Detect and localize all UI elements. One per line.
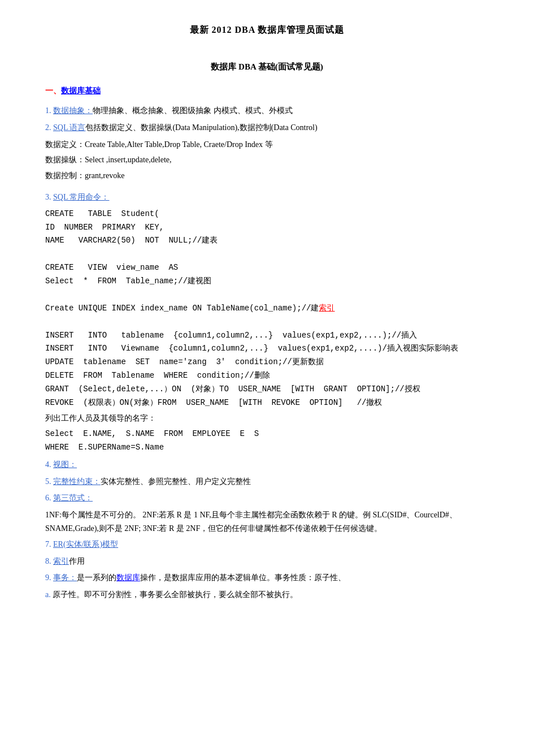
item1-num: 1. [45,106,53,115]
section1-link[interactable]: 数据库基础 [61,87,101,95]
itema-label: 原子性。 [53,590,84,599]
code-create-view: CREATE VIEW view_name AS Select * FROM T… [45,261,489,288]
itema-text: 即不可分割性，事务要么全部被执行，要么就全部不被执行。 [84,590,298,599]
item8-label[interactable]: 索引 [53,557,69,565]
item8-text: 作用 [69,557,85,565]
code-create-table: CREATE TABLE Student( ID NUMBER PRIMARY … [45,208,489,248]
item5-label: 完整性约束： [53,477,101,486]
section1-text: 一、 [45,87,61,95]
item6-text: 1NF:每个属性是不可分的。 2NF:若系 R 是 1 NF,且每个非主属性都完… [45,508,489,535]
itema-num: a. [45,590,53,599]
code-employees: Select E.NAME, S.NAME FROM EMPLOYEE E S … [45,427,489,455]
item-4: 4. 视图： [45,458,489,472]
data-def: 数据定义：Create Table,Alter Table,Drop Table… [45,138,489,152]
item9-text2: 操作，是数据库应用的基本逻辑单位。事务性质：原子性、 [140,573,346,582]
item3-num: 3. [45,193,53,201]
item4-num: 4. [45,460,53,469]
data-control: 数据控制：grant,revoke [45,169,489,183]
code-space3 [45,318,489,327]
item2-label: SQL 语言 [53,123,85,132]
main-title: 最新 2012 DBA 数据库管理员面试题 [45,23,489,37]
item6-num: 6. [45,494,53,502]
item5-num: 5. [45,477,53,486]
section1-heading: 一、数据库基础 [45,85,489,97]
list-employees-label: 列出工作人员及其领导的名字： [45,412,489,425]
item9-label: 事务： [53,573,77,582]
item-5: 5. 完整性约束：实体完整性、参照完整性、用户定义完整性 [45,475,489,489]
index-link[interactable]: 索引 [319,304,335,313]
item-9: 9. 事务：是一系列的数据库操作，是数据库应用的基本逻辑单位。事务性质：原子性、 [45,571,489,585]
item1-label: 数据抽象： [53,106,93,115]
code-space2 [45,291,489,300]
item-2: 2. SQL 语言包括数据定义、数据操纵(Data Manipulation),… [45,121,489,135]
item9-text: 是一系列的 [77,573,116,582]
page-container: 最新 2012 DBA 数据库管理员面试题 数据库 DBA 基础(面试常见题) … [45,23,489,602]
item1-text: 物理抽象、概念抽象、视图级抽象 内模式、模式、外模式 [93,106,293,115]
item-a: a. 原子性。即不可分割性，事务要么全部被执行，要么就全部不被执行。 [45,588,489,602]
item4-label: 视图： [53,460,77,469]
item7-label: ER(实体/联系)模型 [53,540,118,548]
item9-link[interactable]: 数据库 [116,573,140,582]
item-6: 6. 第三范式： [45,491,489,505]
item6-label: 第三范式： [53,494,93,502]
data-manip: 数据操纵：Select ,insert,update,delete, [45,153,489,167]
item-3: 3. SQL 常用命令： [45,191,489,204]
item-1: 1. 数据抽象：物理抽象、概念抽象、视图级抽象 内模式、模式、外模式 [45,104,489,118]
item-7: 7. ER(实体/联系)模型 [45,538,489,551]
item3-label: SQL 常用命令： [53,193,109,201]
code-insert: INSERT INTO tablename {column1,column2,.… [45,329,489,410]
code-create-index-line: Create UNIQUE INDEX index_name ON TableN… [45,302,489,316]
item5-text: 实体完整性、参照完整性、用户定义完整性 [101,477,251,486]
item2-text: 包括数据定义、数据操纵(Data Manipulation),数据控制(Data… [85,123,317,132]
item9-num: 9. [45,573,53,582]
item8-num: 8. [45,557,53,565]
item-8: 8. 索引作用 [45,555,489,568]
item2-num: 2. [45,123,53,132]
code-space1 [45,250,489,259]
item7-num: 7. [45,540,53,548]
subtitle: 数据库 DBA 基础(面试常见题) [45,60,489,74]
